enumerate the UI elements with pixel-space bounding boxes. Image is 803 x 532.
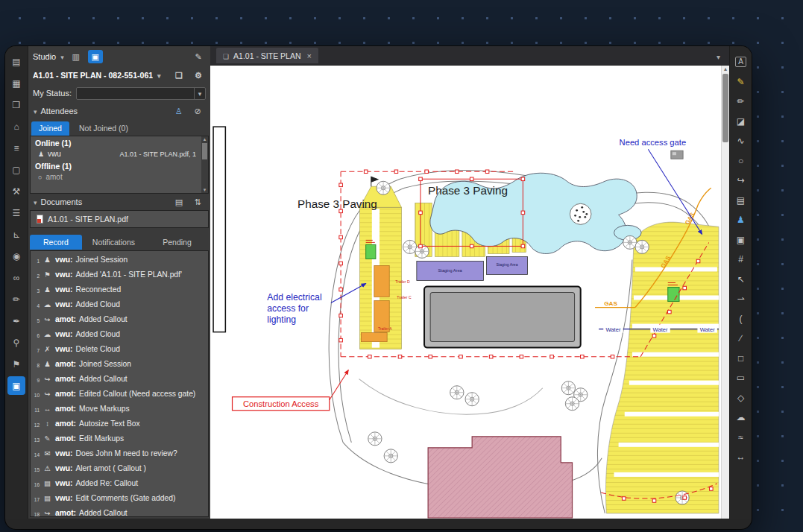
record-entry[interactable]: 13amot:Edit Markups bbox=[31, 431, 208, 446]
staging-areas[interactable]: Staging Area Staging Area bbox=[417, 256, 528, 280]
export-session-icon[interactable] bbox=[171, 69, 186, 82]
document-tab[interactable]: A1.01 - SITE PLAN × bbox=[216, 48, 318, 63]
attendee-tool-icon[interactable] bbox=[732, 210, 750, 230]
spaces-icon[interactable] bbox=[7, 159, 25, 180]
scrollbar-thumb[interactable] bbox=[722, 74, 728, 142]
arrow-tool-icon[interactable] bbox=[732, 270, 750, 290]
cloud-tool-icon[interactable] bbox=[732, 408, 750, 428]
attendee-row-offline[interactable]: amot bbox=[31, 172, 201, 183]
ellipse-tool-icon[interactable] bbox=[732, 151, 750, 171]
studio-dropdown-chevron-icon[interactable] bbox=[60, 52, 64, 61]
scroll-down-icon[interactable] bbox=[201, 187, 208, 193]
add-document-icon[interactable] bbox=[171, 195, 186, 209]
polyline-icon[interactable] bbox=[732, 428, 750, 448]
measurements-icon[interactable] bbox=[7, 224, 25, 245]
text-tool-icon[interactable] bbox=[732, 52, 750, 72]
record-entry[interactable]: 16vwu:Added Re: Callout bbox=[31, 476, 208, 491]
record-entry[interactable]: 8amot:Joined Session bbox=[31, 357, 208, 372]
site-plan-canvas[interactable]: Staging Area Staging Area bbox=[210, 66, 721, 519]
attendee-row-online[interactable]: vwu A1.01 - SITE PLAN.pdf, 1 bbox=[31, 149, 201, 159]
polygon-icon[interactable] bbox=[732, 388, 750, 408]
add-electrical-line1[interactable]: Add electrical bbox=[267, 292, 321, 303]
highlighter-icon[interactable] bbox=[732, 72, 750, 92]
attendees-section-header[interactable]: Attendees bbox=[28, 103, 210, 119]
tool-chest-icon[interactable] bbox=[7, 180, 25, 202]
signatures-icon[interactable] bbox=[7, 310, 25, 332]
attendee-alert-icon[interactable] bbox=[171, 104, 186, 118]
oval-icon[interactable] bbox=[732, 368, 750, 388]
construction-access-text[interactable]: Construction Access bbox=[243, 399, 319, 408]
links-icon[interactable] bbox=[7, 267, 25, 288]
tab-joined[interactable]: Joined bbox=[31, 121, 69, 136]
tab-not-joined[interactable]: Not Joined (0) bbox=[72, 121, 136, 136]
pen-icon[interactable] bbox=[732, 92, 750, 112]
sort-documents-icon[interactable] bbox=[190, 195, 205, 209]
properties-icon[interactable] bbox=[7, 51, 25, 72]
studio-icon[interactable] bbox=[7, 376, 25, 395]
record-entry[interactable]: 4vwu:Added Cloud bbox=[31, 297, 208, 312]
my-status-select[interactable] bbox=[76, 87, 206, 100]
record-entry[interactable]: 17vwu:Edit Comments (Gate added) bbox=[31, 491, 208, 506]
record-entry[interactable]: 1vwu:Joined Session bbox=[31, 253, 208, 267]
phase3-paving-right-annotation[interactable]: Phase 3 Paving bbox=[428, 184, 508, 197]
pen2-icon[interactable] bbox=[732, 289, 750, 309]
image-tool-icon[interactable] bbox=[732, 230, 750, 250]
attendee-list-scrollbar[interactable] bbox=[201, 136, 208, 193]
record-entry[interactable]: 11amot:Move Markups bbox=[31, 402, 208, 417]
record-entry[interactable]: 2vwu:Added 'A1.01 - SITE PLAN.pdf' bbox=[31, 267, 208, 282]
document-scrollbar[interactable] bbox=[721, 66, 729, 519]
studio-sessions-icon[interactable] bbox=[88, 50, 103, 63]
close-tab-icon[interactable]: × bbox=[307, 51, 312, 60]
forms-icon[interactable] bbox=[7, 288, 25, 310]
thumbnails-icon[interactable] bbox=[7, 72, 25, 94]
no-markup-icon[interactable] bbox=[191, 50, 206, 63]
my-status-chevron-icon[interactable] bbox=[194, 88, 205, 99]
record-entry[interactable]: 3vwu:Reconnected bbox=[31, 282, 208, 297]
layers-icon[interactable] bbox=[7, 137, 25, 159]
rectangle-tool-icon[interactable] bbox=[732, 349, 750, 369]
dimension-icon[interactable] bbox=[732, 447, 750, 467]
arc-icon[interactable] bbox=[732, 309, 750, 329]
search-icon[interactable] bbox=[7, 332, 25, 353]
collapse-chevron-icon[interactable] bbox=[34, 107, 37, 115]
need-access-gate-text[interactable]: Need access gate bbox=[620, 138, 687, 147]
scroll-up-icon[interactable] bbox=[722, 66, 729, 72]
session-title[interactable]: A1.01 - SITE PLAN - 082-551-061 bbox=[33, 71, 153, 80]
tab-record[interactable]: Record bbox=[30, 235, 82, 250]
lasso-icon[interactable] bbox=[732, 131, 750, 151]
attendee-permissions-icon[interactable] bbox=[190, 104, 205, 118]
note-tool-icon[interactable] bbox=[732, 191, 750, 211]
record-entry[interactable]: 5amot:Added Callout bbox=[31, 312, 208, 327]
tab-list-chevron-icon[interactable] bbox=[717, 49, 720, 63]
phase3-paving-left-annotation[interactable]: Phase 3 Paving bbox=[297, 197, 377, 210]
water-line-markup[interactable]: Water Water Water bbox=[599, 325, 719, 333]
document-list-item[interactable]: A1.01 - SITE PLAN.pdf bbox=[30, 210, 209, 228]
documents-section-header[interactable]: Documents bbox=[28, 194, 210, 210]
line-icon[interactable] bbox=[732, 329, 750, 349]
callout-tool-icon[interactable] bbox=[732, 171, 750, 191]
add-electrical-line3[interactable]: lighting bbox=[267, 314, 296, 325]
markups-list-icon[interactable] bbox=[7, 202, 25, 224]
bookmarks-icon[interactable] bbox=[7, 94, 25, 115]
tab-pending[interactable]: Pending bbox=[145, 235, 209, 250]
record-entry[interactable]: 15vwu:Alert amot ( Callout ) bbox=[31, 461, 208, 476]
file-access-icon[interactable] bbox=[7, 115, 25, 137]
tab-notifications[interactable]: Notifications bbox=[82, 235, 145, 250]
record-entry[interactable]: 6vwu:Added Cloud bbox=[31, 327, 208, 342]
snapshot-icon[interactable] bbox=[732, 250, 750, 270]
session-dropdown-chevron-icon[interactable] bbox=[157, 71, 161, 80]
record-entry[interactable]: 10amot:Edited Callout (Need access gate) bbox=[31, 387, 208, 402]
studio-projects-icon[interactable] bbox=[69, 50, 84, 63]
scroll-up-icon[interactable] bbox=[201, 136, 208, 142]
captures-icon[interactable] bbox=[7, 245, 25, 267]
record-entry[interactable]: 9amot:Added Callout bbox=[31, 372, 208, 387]
flags-icon[interactable] bbox=[7, 353, 25, 375]
scrollbar-thumb[interactable] bbox=[202, 143, 207, 159]
add-electrical-callout[interactable]: Add electrical access for lighting bbox=[267, 283, 365, 324]
record-entry[interactable]: 12amot:Autosize Text Box bbox=[31, 417, 208, 431]
add-electrical-line2[interactable]: access for bbox=[267, 303, 309, 314]
session-settings-icon[interactable] bbox=[191, 69, 206, 82]
record-entry[interactable]: 7vwu:Delete Cloud bbox=[31, 342, 208, 357]
construction-access-callout[interactable]: Construction Access bbox=[233, 370, 349, 411]
collapse-chevron-icon[interactable] bbox=[34, 197, 37, 206]
